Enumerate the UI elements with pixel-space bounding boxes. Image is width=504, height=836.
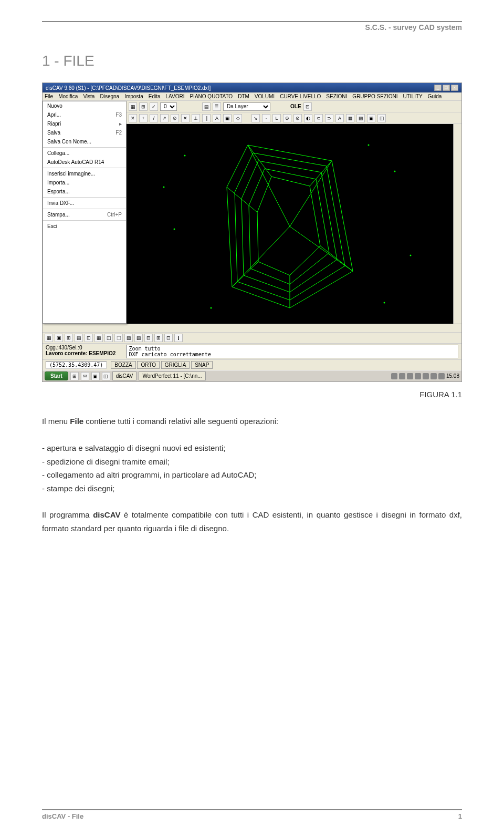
mode-toggle[interactable]: SNAP [191,361,213,369]
menu-item[interactable]: CURVE LIVELLO [280,94,321,99]
menu-item[interactable]: Guida [428,94,442,99]
taskbar-app[interactable]: disCAV [112,371,137,380]
tray-icon[interactable] [399,373,405,379]
tool-icon[interactable]: ⊃ [325,114,333,122]
tool-icon[interactable]: · [262,114,270,122]
tool-icon[interactable]: / [150,114,158,122]
file-menu-item[interactable]: Invia DXF... [43,199,126,208]
tool-icon[interactable]: ◫ [104,334,113,342]
tool-icon[interactable]: ◐ [304,114,312,122]
tool-icon[interactable]: ▦ [346,114,354,122]
tool-icon[interactable]: ▤ [202,102,211,111]
tool-icon[interactable]: ▨ [356,114,365,122]
menu-item[interactable]: SEZIONI [326,94,347,99]
file-menu-item[interactable]: Apri...F3 [43,110,126,119]
tool-icon[interactable]: ⊡ [85,334,93,342]
tool-icon[interactable]: ◫ [377,114,386,122]
tool-icon[interactable]: A [213,114,221,122]
minimize-button[interactable]: _ [434,85,442,91]
tool-icon[interactable]: ⊞ [154,334,163,342]
tool-icon[interactable]: ↘ [251,114,260,122]
tool-icon[interactable]: ▦ [94,334,103,342]
tool-icon[interactable]: ▣ [223,114,232,122]
tool-icon[interactable]: + [139,114,148,122]
horizontal-scrollbar[interactable] [43,324,461,332]
menu-item[interactable]: Modifica [58,94,78,99]
tool-icon[interactable]: ⊟ [144,334,153,342]
tray-icon[interactable] [415,373,421,379]
menu-item[interactable]: Imposta [124,94,143,99]
tool-icon[interactable]: ▧ [124,334,133,342]
menu-item[interactable]: Disegna [100,94,119,99]
tool-icon[interactable]: L [272,114,281,122]
file-menu-item[interactable]: Stampa...Ctrl+P [43,210,126,219]
file-menu-item[interactable]: Esci [43,222,126,231]
tool-icon[interactable]: ◇ [234,114,242,122]
tool-icon[interactable]: ▦ [45,334,53,342]
quicklaunch-icon[interactable]: ▣ [91,372,100,380]
tool-icon[interactable]: ⊞ [139,102,148,111]
mode-toggle[interactable]: ORTO [137,361,160,369]
tool-icon[interactable]: ⊘ [293,114,302,122]
file-menu-item[interactable]: Salva Con Nome... [43,137,126,146]
tool-icon[interactable]: ⊡ [164,334,173,342]
taskbar-app[interactable]: WordPerfect 11 - [C:\nn... [139,371,205,380]
close-button[interactable]: × [451,85,458,91]
tool-icon[interactable]: ≣ [213,102,221,111]
menu-item[interactable]: VOLUMI [255,94,275,99]
layer-select[interactable]: 0 [160,102,177,111]
tool-icon[interactable]: ✓ [150,102,158,111]
tool-icon[interactable]: ▣ [367,114,375,122]
tool-icon[interactable]: ⊥ [192,114,200,122]
file-menu-item[interactable]: Esporta... [43,187,126,196]
drawing-canvas[interactable] [127,124,453,324]
tool-icon[interactable]: ▨ [134,334,143,342]
mode-toggle[interactable]: GRIGLIA [161,361,190,369]
menu-item[interactable]: DTM [238,94,249,99]
maximize-button[interactable]: □ [443,85,450,91]
menu-item[interactable]: LAVORI [166,94,185,99]
file-menu-item[interactable]: AutoDesk AutoCAD R14 [43,158,126,167]
mode-toggle[interactable]: BOZZA [111,361,135,369]
tool-icon[interactable]: ⊂ [314,114,323,122]
tray-icon[interactable] [430,373,437,379]
menu-item[interactable]: GRUPPO SEZIONI [352,94,397,99]
tray-icon[interactable] [407,373,413,379]
tool-icon[interactable]: ⊡ [303,102,312,111]
status-bar: (5752.35,4309.47) BOZZA ORTO GRIGLIA SNA… [43,359,461,370]
tool-icon[interactable]: ⊞ [65,334,73,342]
tool-icon[interactable]: ∥ [202,114,211,122]
file-menu-item[interactable]: SalvaF2 [43,128,126,137]
tool-icon[interactable]: ▣ [55,334,63,342]
tray-icon[interactable] [423,373,429,379]
tray-icon[interactable] [438,373,445,379]
tool-icon[interactable]: ↗ [160,114,169,122]
menu-item[interactable]: UTILITY [403,94,422,99]
file-menu-item[interactable]: Inserisci immagine... [43,169,126,178]
menu-item[interactable]: File [45,94,53,99]
tool-icon[interactable]: ⊙ [283,114,291,122]
vertical-scrollbar[interactable] [453,124,461,324]
menu-item[interactable]: Edita [149,94,161,99]
start-button[interactable]: Start [45,371,68,380]
dalayer-select[interactable]: Da Layer [223,102,270,111]
file-menu-item[interactable]: Riapri▸ [43,119,126,128]
menu-item[interactable]: Vista [83,94,94,99]
tool-icon[interactable]: A [335,114,344,122]
tray-icon[interactable] [391,373,397,379]
tool-icon[interactable]: ✕ [181,114,190,122]
quicklaunch-icon[interactable]: ⊞ [70,372,79,380]
bullet-item: stampe dei disegni; [42,482,462,496]
tool-icon[interactable]: ⫿ [174,334,183,342]
tool-icon[interactable]: ⊙ [171,114,179,122]
menu-item[interactable]: PIANO QUOTATO [190,94,233,99]
file-menu-item[interactable]: Nuovo [43,101,126,110]
file-menu-item[interactable]: Importa... [43,178,126,187]
file-menu-item[interactable]: Collega... [43,149,126,158]
tool-icon[interactable]: ▤ [75,334,83,342]
tool-icon[interactable]: ✕ [129,114,137,122]
quicklaunch-icon[interactable]: ◫ [102,372,110,380]
tool-icon[interactable]: ⬚ [114,334,123,342]
quicklaunch-icon[interactable]: ✉ [81,372,89,380]
tool-icon[interactable]: ▦ [129,102,137,111]
